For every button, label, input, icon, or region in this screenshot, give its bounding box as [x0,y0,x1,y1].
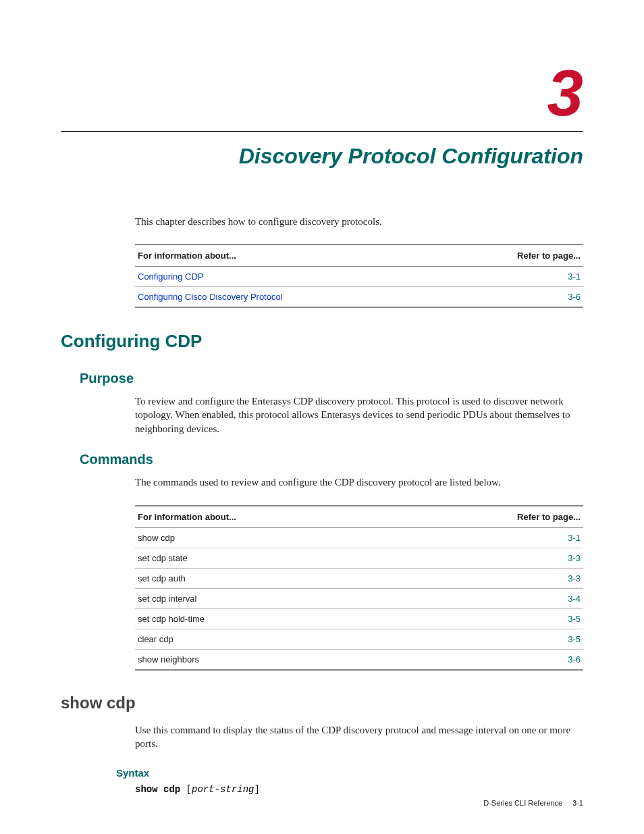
page-footer: D-Series CLI Reference 3-1 [483,799,583,807]
command-page-ref[interactable]: 3-1 [568,533,581,543]
command-label: set cdp state [135,548,404,569]
toc-table: For information about... Refer to page..… [135,244,583,308]
footer-doc-title: D-Series CLI Reference [483,799,562,807]
commands-header-page: Refer to page... [404,506,583,528]
command-label: set cdp interval [135,589,404,609]
syntax-line: show cdp [port-string] [135,784,583,795]
command-label: show neighbors [135,650,404,671]
toc-header-page: Refer to page... [442,244,583,267]
commands-header-label: For information about... [135,506,404,528]
toc-link[interactable]: Configuring CDP [138,271,204,282]
syntax-bracket-open: [ [180,784,192,795]
toc-header-label: For information about... [135,244,442,267]
table-row: set cdp auth 3-3 [135,569,583,589]
command-page-ref[interactable]: 3-5 [568,634,581,644]
table-row: Configuring Cisco Discovery Protocol 3-6 [135,287,583,308]
table-row: set cdp interval 3-4 [135,589,583,609]
chapter-intro: This chapter describes how to configure … [135,216,583,228]
command-label: set cdp auth [135,569,404,589]
subsection-heading-commands: Commands [80,452,583,467]
toc-page-ref[interactable]: 3-6 [568,292,581,302]
table-row: clear cdp 3-5 [135,629,583,650]
table-row: show neighbors 3-6 [135,650,583,671]
toc-page-ref[interactable]: 3-1 [568,271,581,282]
subsection-heading-purpose: Purpose [80,371,583,386]
command-page-ref[interactable]: 3-4 [568,594,581,604]
command-page-ref[interactable]: 3-3 [568,553,581,563]
chapter-number: 3 [61,61,583,126]
command-page-ref[interactable]: 3-5 [568,614,581,624]
table-row: set cdp state 3-3 [135,548,583,569]
footer-page-number: 3-1 [572,799,583,807]
commands-intro: The commands used to review and configur… [135,475,583,489]
chapter-rule [61,131,583,132]
section-heading-show-cdp: show cdp [61,694,583,712]
command-label: set cdp hold-time [135,609,404,629]
section-heading-configuring-cdp: Configuring CDP [61,331,583,352]
command-label: show cdp [135,528,404,548]
command-page-ref[interactable]: 3-3 [568,573,581,583]
table-row: Configuring CDP 3-1 [135,267,583,287]
table-row: show cdp 3-1 [135,528,583,548]
purpose-text: To review and configure the Enterasys CD… [135,394,583,436]
commands-table: For information about... Refer to page..… [135,505,583,671]
command-label: clear cdp [135,629,404,650]
show-cdp-text: Use this command to display the status o… [135,723,583,751]
syntax-param: port-string [192,784,254,795]
syntax-bracket-close: ] [254,784,259,795]
chapter-title: Discovery Protocol Configuration [61,144,583,169]
command-page-ref[interactable]: 3-6 [568,654,581,664]
syntax-command: show cdp [135,784,180,795]
toc-link[interactable]: Configuring Cisco Discovery Protocol [138,292,283,302]
table-row: set cdp hold-time 3-5 [135,609,583,629]
syntax-heading: Syntax [116,767,583,779]
